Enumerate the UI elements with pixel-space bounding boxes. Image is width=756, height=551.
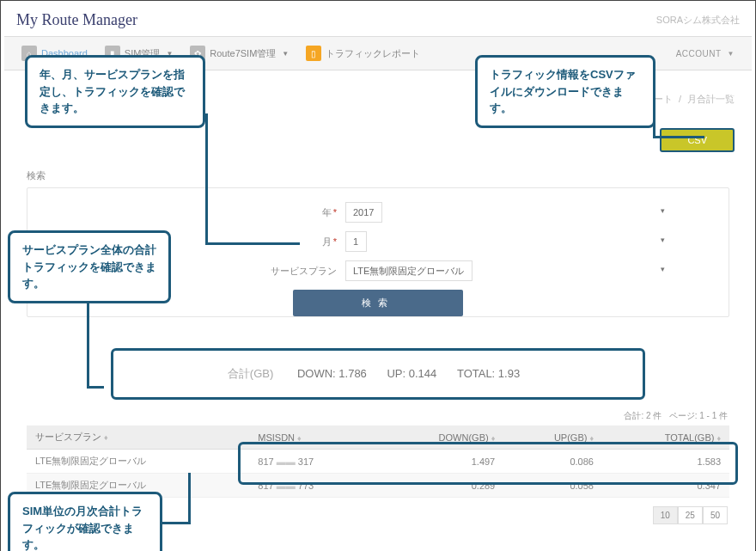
search-button[interactable]: 検索 [293, 290, 463, 316]
summary-label: 合計(GB) [228, 367, 273, 380]
app-logo: My Route Manager [16, 11, 137, 29]
chart-icon: ▯ [306, 46, 321, 61]
cell-total: 1.583 [602, 450, 729, 474]
page-size-50[interactable]: 50 [703, 506, 728, 524]
breadcrumb-page2: 月合計一覧 [687, 94, 735, 104]
col-down[interactable]: DOWN(GB)♦ [376, 425, 504, 450]
cell-msisdn: 817 ▬▬ 317 [249, 450, 375, 474]
year-select[interactable]: 2017 [345, 202, 382, 223]
callout-summary: サービスプラン全体の合計トラフィックを確認できます。 [8, 230, 171, 303]
cell-msisdn: 817 ▬▬ 773 [249, 474, 375, 498]
traffic-table: サービスプラン♦ MSISDN♦ DOWN(GB)♦ UP(GB)♦ TOTAL… [27, 425, 729, 498]
summary-total: TOTAL: 1.93 [457, 367, 520, 380]
callout-table: SIM単位の月次合計トラフィックが確認できます。 [8, 492, 162, 551]
caret-down-icon: ▼ [728, 50, 735, 58]
csv-button[interactable]: CSV [660, 128, 735, 152]
col-plan[interactable]: サービスプラン♦ [27, 425, 249, 450]
caret-down-icon: ▼ [282, 50, 289, 58]
table-meta: 合計: 2 件 ページ: 1 - 1 件 [16, 408, 740, 424]
col-total[interactable]: TOTAL(GB)♦ [602, 425, 729, 450]
cell-down: 0.289 [376, 474, 504, 498]
nav-account[interactable]: ACCOUNT ▼ [668, 44, 743, 64]
col-up[interactable]: UP(GB)♦ [503, 425, 602, 450]
search-title: 検索 [27, 169, 729, 182]
page-size-10[interactable]: 10 [653, 506, 678, 524]
year-label: 年 [322, 207, 332, 217]
summary-box: 合計(GB) DOWN: 1.786 UP: 0.144 TOTAL: 1.93 [111, 348, 645, 400]
col-msisdn[interactable]: MSISDN♦ [249, 425, 375, 450]
cell-up: 0.058 [503, 474, 602, 498]
cell-total: 0.347 [602, 474, 729, 498]
nav-traffic-label: トラフィックレポート [326, 47, 420, 60]
topbar: My Route Manager SORAシム株式会社 [4, 4, 752, 36]
row-count: 合計: 2 件 [624, 411, 662, 420]
summary-down: DOWN: 1.786 [297, 367, 367, 380]
callout-csv: トラフィック情報をCSVファイルにダウンロードできます。 [475, 55, 655, 128]
page-range: ページ: 1 - 1 件 [669, 411, 728, 420]
cell-plan: LTE無制限固定グローバル [27, 450, 249, 474]
page-size-25[interactable]: 25 [678, 506, 703, 524]
summary-up: UP: 0.144 [387, 367, 436, 380]
cell-down: 1.497 [376, 450, 504, 474]
nav-route7-label: Route7SIM管理 [210, 47, 276, 60]
table-row: LTE無制限固定グローバル 817 ▬▬ 317 1.497 0.086 1.5… [27, 450, 729, 474]
plan-select[interactable]: LTE無制限固定グローバル [345, 260, 472, 281]
company-name: SORAシム株式会社 [656, 14, 740, 27]
content-area: ⌂ Home / トラフィックレポート / 月合計一覧 CSV 検索 年* 20… [4, 70, 752, 551]
nav-traffic[interactable]: ▯ トラフィックレポート [297, 40, 429, 66]
plan-label: サービスプラン [271, 266, 337, 276]
cell-up: 0.086 [503, 450, 602, 474]
nav-account-label: ACCOUNT [676, 49, 722, 58]
month-select[interactable]: 1 [345, 231, 367, 252]
callout-filter: 年、月、サービスプランを指定し、トラフィックを確認できます。 [25, 55, 205, 128]
month-label: 月 [322, 236, 332, 247]
